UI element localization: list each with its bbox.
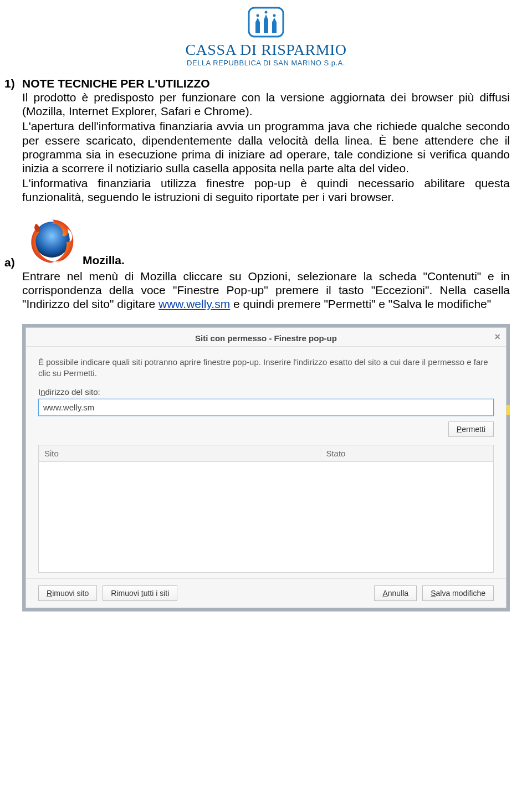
welly-link[interactable]: www.welly.sm <box>158 297 230 310</box>
svg-rect-1 <box>255 22 260 33</box>
logo-icon <box>245 6 287 39</box>
remove-site-button[interactable]: Rimuovi sito <box>38 585 97 601</box>
section-paragraph: Il prodotto è predisposto per funzionare… <box>22 90 510 118</box>
company-logo: CASSA DI RISPARMIO DELLA REPUBBLICA DI S… <box>22 6 510 67</box>
svg-marker-6 <box>272 18 277 22</box>
dialog-description: È possibile indicare quali siti potranno… <box>38 357 494 379</box>
save-changes-button[interactable]: Salva modifiche <box>422 585 494 601</box>
svg-rect-2 <box>264 20 268 33</box>
section-paragraph: L'informativa finanziaria utilizza fines… <box>22 176 510 204</box>
address-input[interactable] <box>38 399 494 416</box>
decorative-mark <box>507 405 510 415</box>
sub-section-number: a) <box>4 256 22 269</box>
section-number: 1) <box>4 77 22 90</box>
firefox-dialog-screenshot: Siti con permesso - Finestre pop-up × È … <box>22 324 510 611</box>
section-paragraph: L'apertura dell'informativa finanziaria … <box>22 119 510 175</box>
permit-button[interactable]: Permetti <box>448 422 494 437</box>
dialog-title: Siti con permesso - Finestre pop-up <box>195 333 337 343</box>
close-icon[interactable]: × <box>494 331 500 343</box>
column-site: Sito <box>39 445 320 461</box>
svg-marker-4 <box>255 18 260 22</box>
text-run: e quindi premere "Permetti" e "Salva le … <box>230 297 491 310</box>
svg-point-8 <box>265 11 268 14</box>
logo-text-main: CASSA DI RISPARMIO <box>22 41 510 59</box>
svg-marker-5 <box>264 14 268 20</box>
sub-section-paragraph: Entrare nel menù di Mozilla cliccare su … <box>22 269 510 311</box>
sub-section-title: Mozilla. <box>83 254 125 269</box>
section-title: NOTE TECNICHE PER L'UTILIZZO <box>22 77 210 90</box>
firefox-icon <box>25 214 78 269</box>
cancel-button[interactable]: Annulla <box>374 585 417 601</box>
column-state: Stato <box>320 445 493 461</box>
svg-point-9 <box>273 14 276 17</box>
sites-table-header: Sito Stato <box>38 445 494 462</box>
svg-point-7 <box>257 14 259 17</box>
logo-text-sub: DELLA REPUBBLICA DI SAN MARINO S.p.A. <box>22 59 510 67</box>
svg-rect-3 <box>272 22 277 33</box>
sites-table-body <box>38 462 494 573</box>
remove-all-sites-button[interactable]: Rimuovi tutti i siti <box>103 585 177 601</box>
address-label: Indirizzo del sito: <box>38 387 494 397</box>
